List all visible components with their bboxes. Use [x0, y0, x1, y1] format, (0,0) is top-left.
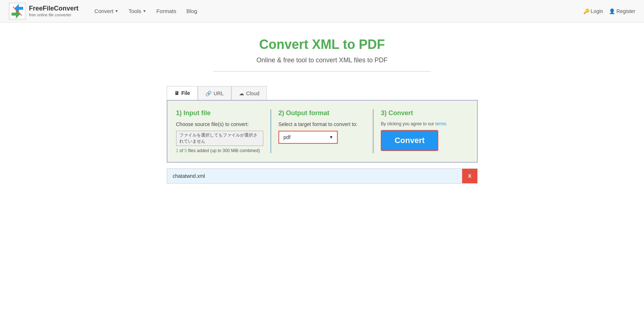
tab-file-label: File: [182, 90, 190, 96]
login-icon: 🔑: [583, 8, 589, 14]
convert-btn-wrapper: By clicking you agree to our terms Conve…: [381, 121, 468, 151]
page-title: Convert XML to PDF: [167, 37, 478, 52]
main-content: Convert XML to PDF Online & free tool to…: [159, 22, 485, 191]
file-tab-icon: 🖥: [174, 90, 179, 96]
tabs: 🖥 File 🔗 URL ☁ Cloud: [167, 86, 478, 100]
logo-title: FreeFileConvert: [29, 5, 78, 13]
logo-icon: [9, 3, 26, 20]
nav-convert-arrow: ▼: [115, 9, 119, 13]
nav: Convert ▼ Tools ▼ Formats Blog: [90, 5, 201, 17]
input-section-title: 1) Input file: [176, 109, 263, 117]
nav-formats[interactable]: Formats: [152, 5, 180, 17]
url-tab-icon: 🔗: [205, 91, 212, 96]
convert-section-title: 3) Convert: [381, 109, 468, 117]
file-list-item: chatatwnd.xml X: [167, 168, 478, 184]
tab-url-label: URL: [214, 91, 224, 96]
login-label: Login: [591, 8, 603, 14]
login-link[interactable]: 🔑 Login: [583, 8, 603, 14]
format-select-wrapper: pdf docx txt html jpg png ▼: [278, 131, 338, 144]
terms-prefix: By clicking you agree to our: [381, 121, 434, 126]
logo-text: FreeFileConvert free online file convert…: [29, 5, 78, 17]
cloud-tab-icon: ☁: [239, 91, 244, 96]
nav-blog[interactable]: Blog: [182, 5, 201, 17]
convert-button[interactable]: Convert: [381, 130, 438, 151]
file-input-button[interactable]: ファイルを選択してもファイルが選択されていません: [176, 131, 263, 146]
file-count-suffix: files added (up to 300 MiB combined): [188, 148, 260, 153]
logo-subtitle: free online file converter: [29, 13, 78, 17]
file-input-area: ファイルを選択してもファイルが選択されていません 1 of 5 files ad…: [176, 131, 263, 153]
output-section-label: Select a target format to convert to:: [278, 121, 366, 127]
convert-section: 3) Convert By clicking you agree to our …: [374, 109, 468, 153]
convert-box: 1) Input file Choose source file(s) to c…: [167, 100, 478, 163]
register-link[interactable]: 👤 Register: [609, 8, 635, 14]
nav-tools[interactable]: Tools ▼: [124, 5, 150, 17]
file-remove-button[interactable]: X: [462, 169, 477, 183]
format-select[interactable]: pdf docx txt html jpg png: [279, 131, 337, 143]
register-icon: 👤: [609, 8, 615, 14]
file-count-current[interactable]: 1: [176, 148, 179, 153]
nav-tools-label: Tools: [128, 8, 141, 14]
file-list-name: chatatwnd.xml: [167, 169, 462, 183]
tab-cloud[interactable]: ☁ Cloud: [231, 86, 267, 100]
nav-convert[interactable]: Convert ▼: [90, 5, 123, 17]
output-section: 2) Output format Select a target format …: [271, 109, 374, 153]
divider: [213, 71, 431, 72]
nav-formats-label: Formats: [156, 8, 176, 14]
register-label: Register: [617, 8, 635, 14]
terms-text: By clicking you agree to our terms: [381, 121, 446, 126]
tab-file[interactable]: 🖥 File: [167, 86, 198, 100]
nav-convert-label: Convert: [94, 8, 114, 14]
tab-url[interactable]: 🔗 URL: [198, 86, 231, 100]
page-subtitle: Online & free tool to convert XML files …: [167, 56, 478, 64]
file-count-max[interactable]: 5: [184, 148, 187, 153]
header: FreeFileConvert free online file convert…: [0, 0, 644, 22]
terms-link[interactable]: terms: [435, 121, 446, 126]
input-section-label: Choose source file(s) to convert:: [176, 121, 263, 127]
file-input-text: ファイルを選択してもファイルが選択されていません: [179, 133, 257, 144]
format-select-container: pdf docx txt html jpg png ▼: [279, 131, 337, 143]
header-left: FreeFileConvert free online file convert…: [9, 3, 201, 20]
header-right: 🔑 Login 👤 Register: [583, 8, 635, 14]
nav-tools-arrow: ▼: [143, 9, 146, 13]
file-count-of: of: [180, 148, 184, 153]
input-section: 1) Input file Choose source file(s) to c…: [176, 109, 271, 153]
output-section-title: 2) Output format: [278, 109, 366, 117]
tab-cloud-label: Cloud: [246, 91, 260, 96]
nav-blog-label: Blog: [186, 8, 197, 14]
file-count: 1 of 5 files added (up to 300 MiB combin…: [176, 148, 263, 153]
logo[interactable]: FreeFileConvert free online file convert…: [9, 3, 78, 20]
